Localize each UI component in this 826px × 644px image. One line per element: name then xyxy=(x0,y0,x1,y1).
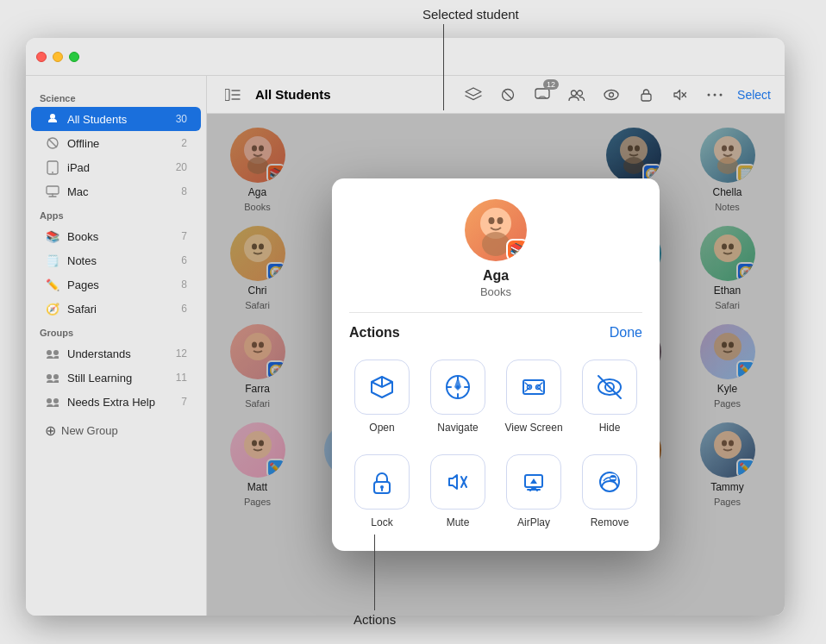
offline-badge: 2 xyxy=(181,137,187,149)
svg-point-5 xyxy=(47,350,52,355)
pages-badge: 8 xyxy=(181,278,187,291)
action-navigate-label: Navigate xyxy=(437,422,478,434)
svg-point-78 xyxy=(497,217,504,224)
groups-toolbar-icon[interactable] xyxy=(565,83,589,107)
sidebar-item-notes[interactable]: 🗒️ Notes 6 xyxy=(31,248,201,272)
action-lock-label: Lock xyxy=(371,516,392,528)
main-content: All Students xyxy=(207,76,785,616)
action-mute-label: Mute xyxy=(447,516,470,528)
action-mute-button[interactable]: Mute xyxy=(425,449,491,534)
sidebar-toggle-icon[interactable] xyxy=(221,83,245,107)
svg-point-77 xyxy=(489,217,495,224)
all-students-badge: 30 xyxy=(176,113,187,125)
pages-label: Pages xyxy=(67,278,178,291)
understands-label: Understands xyxy=(67,347,172,360)
maximize-button[interactable] xyxy=(69,52,79,62)
app-window: Science All Students 30 Offline 2 xyxy=(26,38,785,616)
dots-toolbar-icon[interactable] xyxy=(703,83,727,107)
sidebar: Science All Students 30 Offline 2 xyxy=(26,76,207,616)
action-airplay-button[interactable]: AirPlay xyxy=(501,449,566,534)
sidebar-item-understands[interactable]: Understands 12 xyxy=(31,341,201,366)
plus-icon: ⊕ xyxy=(45,422,56,439)
sidebar-item-pages[interactable]: ✏️ Pages 8 xyxy=(31,272,201,297)
svg-rect-22 xyxy=(641,94,651,101)
books-badge: 7 xyxy=(181,230,187,242)
message-toolbar-icon[interactable]: 12 xyxy=(530,83,554,107)
svg-rect-11 xyxy=(225,89,229,100)
lock-toolbar-icon[interactable] xyxy=(634,83,658,107)
svg-point-6 xyxy=(53,350,59,355)
svg-point-19 xyxy=(578,91,583,96)
action-view-screen-button[interactable]: View Screen xyxy=(501,354,566,439)
modal-title-row: Actions Done xyxy=(349,312,642,341)
offline-label: Offline xyxy=(67,137,178,150)
sidebar-item-needs-help[interactable]: Needs Extra Help 7 xyxy=(31,390,201,414)
selected-student-annotation: Selected student xyxy=(422,7,519,22)
svg-point-27 xyxy=(720,93,723,96)
books-label: Books xyxy=(67,230,178,243)
sidebar-item-ipad[interactable]: iPad 20 xyxy=(31,155,201,179)
svg-point-10 xyxy=(53,398,59,403)
mac-badge: 8 xyxy=(181,185,187,197)
select-button[interactable]: Select xyxy=(737,88,771,102)
sidebar-item-all-students[interactable]: All Students 30 xyxy=(31,107,201,131)
mac-label: Mac xyxy=(67,185,178,198)
new-group-button[interactable]: ⊕ New Group xyxy=(31,417,201,444)
action-lock-button[interactable]: Lock xyxy=(349,449,415,534)
action-hide-button[interactable]: Hide xyxy=(577,354,642,439)
modal-student-app-badge: 📚 xyxy=(506,239,527,261)
action-view-screen-icon-wrap xyxy=(506,360,561,415)
svg-point-20 xyxy=(604,90,618,99)
science-section-label: Science xyxy=(26,86,206,107)
sidebar-item-books[interactable]: 📚 Books 7 xyxy=(31,224,201,248)
sidebar-item-offline[interactable]: Offline 2 xyxy=(31,131,201,155)
svg-rect-4 xyxy=(47,186,59,194)
all-students-icon xyxy=(45,111,60,127)
action-open-label: Open xyxy=(369,422,394,434)
layers-toolbar-icon[interactable] xyxy=(461,83,485,107)
action-mute-icon-wrap xyxy=(430,454,485,510)
action-airplay-label: AirPlay xyxy=(517,516,550,528)
action-open-icon-wrap xyxy=(354,360,410,415)
modal-done-button[interactable]: Done xyxy=(610,325,642,341)
svg-point-25 xyxy=(708,93,710,96)
svg-line-1 xyxy=(48,139,57,147)
ipad-badge: 20 xyxy=(176,161,187,173)
understands-badge: 12 xyxy=(176,347,187,360)
still-learning-badge: 11 xyxy=(176,372,187,384)
mac-icon xyxy=(45,184,60,199)
action-view-screen-label: View Screen xyxy=(504,422,562,434)
safari-badge: 6 xyxy=(181,303,187,315)
action-navigate-button[interactable]: Navigate xyxy=(425,354,491,439)
modal-student-app: Books xyxy=(480,285,511,298)
sidebar-item-still-learning[interactable]: Still Learning 11 xyxy=(31,366,201,390)
stop-toolbar-icon[interactable] xyxy=(496,83,520,107)
pages-app-icon: ✏️ xyxy=(45,277,60,292)
svg-point-21 xyxy=(610,92,614,97)
message-count-badge: 12 xyxy=(543,79,559,90)
notes-label: Notes xyxy=(67,254,178,267)
action-hide-icon-wrap xyxy=(582,360,637,415)
action-remove-button[interactable]: Remove xyxy=(577,449,642,534)
safari-app-icon: 🧭 xyxy=(45,301,60,316)
sidebar-item-safari[interactable]: 🧭 Safari 6 xyxy=(31,297,201,321)
offline-icon xyxy=(45,135,60,151)
svg-rect-86 xyxy=(523,380,544,394)
mute-toolbar-icon[interactable] xyxy=(668,83,692,107)
action-navigate-icon-wrap xyxy=(430,360,485,415)
action-open-button[interactable]: Open xyxy=(349,354,415,439)
svg-point-26 xyxy=(714,93,716,96)
modal-student-header: 📚 Aga Books xyxy=(349,199,642,298)
close-button[interactable] xyxy=(36,52,47,62)
still-learning-label: Still Learning xyxy=(67,372,172,385)
ipad-label: iPad xyxy=(67,161,172,174)
view-toolbar-icon[interactable] xyxy=(599,83,623,107)
modal-overlay: 📚 Aga Books Actions Done xyxy=(207,114,785,616)
needs-help-badge: 7 xyxy=(181,396,187,408)
actions-modal: 📚 Aga Books Actions Done xyxy=(332,178,660,551)
content-title: All Students xyxy=(255,87,451,102)
sidebar-item-mac[interactable]: Mac 8 xyxy=(31,179,201,203)
minimize-button[interactable] xyxy=(53,52,63,62)
svg-point-7 xyxy=(47,374,52,379)
books-app-icon: 📚 xyxy=(45,228,60,244)
